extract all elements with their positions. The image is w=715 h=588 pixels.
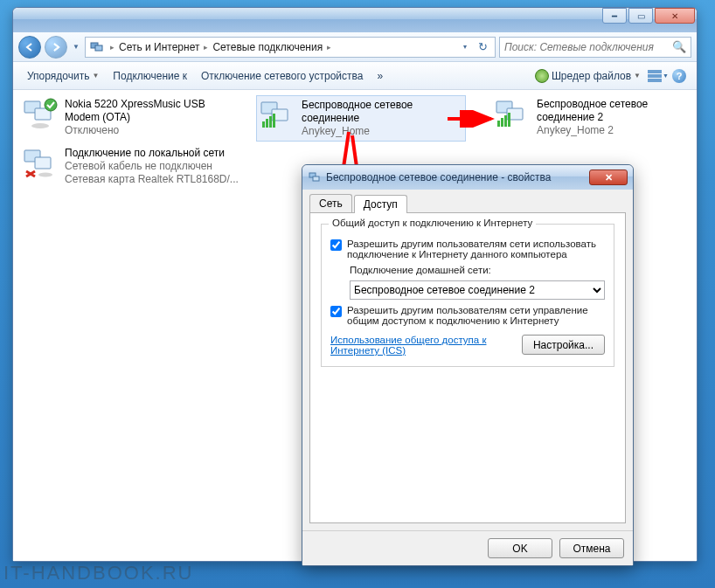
connection-name-2: Modem (OTA) — [65, 111, 205, 124]
connection-device: Сетевая карта Realtek RTL8168D/... — [65, 173, 239, 186]
connection-name-2: соединение 2 — [537, 111, 648, 124]
maximize-button[interactable]: ▭ — [628, 8, 653, 24]
dialog-footer: OK Отмена — [302, 530, 633, 565]
svg-rect-13 — [269, 116, 272, 128]
ics-help-link[interactable]: Использование общего доступа к Интернету… — [330, 335, 504, 356]
connection-name: Беспроводное сетевое — [302, 99, 413, 112]
svg-rect-3 — [648, 74, 662, 78]
connection-status: Anykey_Home 2 — [537, 124, 648, 137]
arrow-left-icon — [24, 42, 35, 52]
connection-status: Anykey_Home — [302, 125, 413, 138]
nav-row: ▼ ▸ Сеть и Интернет ▸ Сетевые подключени… — [13, 32, 697, 62]
close-button[interactable]: ✕ — [655, 8, 695, 24]
svg-rect-4 — [648, 79, 662, 82]
connect-to-label: Подключение к — [113, 70, 187, 82]
overflow-label: » — [377, 70, 383, 82]
forward-button[interactable] — [45, 36, 67, 59]
home-net-label: Подключение домашней сети: — [350, 265, 605, 275]
svg-point-23 — [38, 173, 52, 177]
svg-rect-28 — [313, 176, 319, 181]
breadcrumb-sep: ▸ — [325, 43, 333, 52]
connection-status: Отключено — [65, 124, 205, 137]
arrow-right-icon — [51, 42, 61, 52]
tab-network[interactable]: Сеть — [309, 194, 352, 212]
allow-share-checkbox[interactable] — [330, 239, 342, 251]
connection-wlan1[interactable]: Беспроводное сетевое соединение Anykey_H… — [256, 95, 466, 142]
dialog-title: Беспроводное сетевое соединение - свойст… — [326, 171, 552, 183]
shredder-label: Шредер файлов — [552, 70, 631, 82]
tab-body: Общий доступ к подключению к Интернету Р… — [309, 212, 626, 523]
overflow-button[interactable]: » — [370, 67, 390, 85]
watermark: IT-HANDBOOK.RU — [3, 562, 193, 585]
svg-rect-2 — [648, 70, 662, 73]
connection-status: Сетевой кабель не подключен — [65, 160, 239, 173]
explorer-titlebar: ━ ▭ ✕ — [13, 8, 697, 32]
connection-name-2: соединение — [302, 112, 413, 125]
adapter-icon — [23, 147, 59, 178]
svg-rect-14 — [273, 114, 275, 128]
svg-point-7 — [45, 99, 57, 111]
svg-rect-12 — [266, 119, 268, 128]
shredder-icon — [535, 69, 549, 83]
search-input[interactable] — [504, 41, 672, 53]
allow-control-label: Разрешить другим пользователям сети упра… — [347, 305, 605, 326]
address-bar[interactable]: ▸ Сеть и Интернет ▸ Сетевые подключения … — [85, 37, 496, 58]
organize-label: Упорядочить — [27, 70, 89, 82]
tab-sharing[interactable]: Доступ — [354, 195, 407, 213]
search-icon: 🔍 — [672, 40, 686, 53]
organize-button[interactable]: Упорядочить ▼ — [20, 67, 106, 85]
address-dropdown[interactable]: ▾ — [460, 38, 470, 56]
shredder-button[interactable]: Шредер файлов ▼ — [528, 66, 648, 86]
group-label: Общий доступ к подключению к Интернету — [329, 218, 536, 228]
breadcrumb-1[interactable]: Сеть и Интернет — [116, 41, 202, 53]
svg-point-8 — [31, 123, 49, 128]
back-button[interactable] — [18, 36, 41, 59]
search-box[interactable]: 🔍 — [499, 37, 691, 58]
svg-rect-11 — [262, 121, 265, 128]
home-net-select[interactable]: Беспроводное сетевое соединение 2 — [350, 280, 605, 300]
minimize-button[interactable]: ━ — [602, 8, 627, 24]
breadcrumb-sep: ▸ — [202, 43, 210, 52]
caret-icon: ▼ — [92, 72, 99, 80]
cancel-button[interactable]: Отмена — [559, 538, 624, 558]
disable-device-button[interactable]: Отключение сетевого устройства — [194, 67, 370, 85]
tab-strip: Сеть Доступ — [302, 190, 633, 212]
dialog-titlebar: Беспроводное сетевое соединение - свойст… — [302, 165, 633, 190]
adapter-icon — [23, 98, 59, 129]
adapter-icon — [495, 98, 531, 129]
allow-control-checkbox[interactable] — [330, 306, 342, 317]
adapter-small-icon — [308, 170, 322, 184]
svg-rect-20 — [508, 113, 510, 127]
connection-name: Подключение по локальной сети — [65, 147, 239, 160]
svg-rect-17 — [497, 121, 500, 127]
svg-rect-1 — [95, 45, 102, 51]
svg-rect-19 — [504, 115, 507, 127]
ok-button[interactable]: OK — [488, 538, 552, 558]
breadcrumb-sep: ▸ — [108, 43, 116, 52]
caret-icon: ▼ — [634, 72, 641, 80]
ics-group: Общий доступ к подключению к Интернету Р… — [321, 224, 614, 367]
breadcrumb-2[interactable]: Сетевые подключения — [210, 41, 325, 53]
connect-to-button[interactable]: Подключение к — [106, 67, 194, 85]
help-button[interactable]: ? — [669, 66, 690, 86]
adapter-icon — [260, 99, 296, 130]
svg-rect-22 — [35, 157, 51, 169]
view-button[interactable]: ▼ — [648, 66, 669, 86]
svg-rect-18 — [501, 118, 503, 127]
connection-name: Беспроводное сетевое — [537, 98, 648, 111]
connection-name: Nokia 5220 XpressMusic USB — [65, 98, 205, 111]
disable-device-label: Отключение сетевого устройства — [201, 70, 363, 82]
connection-lan[interactable]: Подключение по локальной сети Сетевой ка… — [20, 144, 247, 189]
connection-wlan2[interactable]: Беспроводное сетевое соединение 2 Anykey… — [492, 95, 684, 140]
settings-button[interactable]: Настройка... — [522, 335, 605, 355]
toolbar: Упорядочить ▼ Подключение к Отключение с… — [13, 62, 697, 90]
connection-usb-modem[interactable]: Nokia 5220 XpressMusic USB Modem (OTA) О… — [20, 95, 239, 140]
network-icon — [88, 38, 106, 56]
history-dropdown[interactable]: ▼ — [71, 38, 81, 56]
properties-dialog: Беспроводное сетевое соединение - свойст… — [302, 164, 634, 566]
dialog-close-button[interactable]: ✕ — [589, 169, 628, 185]
allow-share-label: Разрешить другим пользователям сети испо… — [347, 239, 605, 259]
refresh-button[interactable]: ↻ — [473, 38, 492, 57]
